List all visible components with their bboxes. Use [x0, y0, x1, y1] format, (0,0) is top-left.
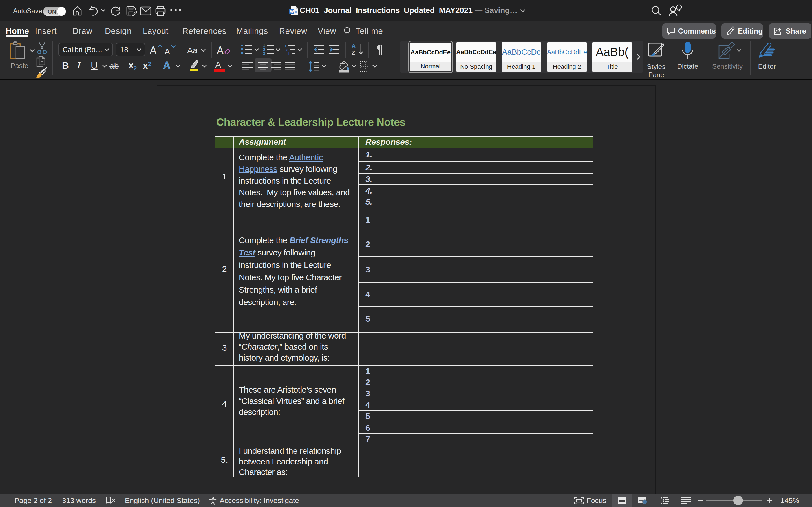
svg-text:A: A	[352, 43, 356, 49]
svg-text:1: 1	[285, 44, 287, 48]
svg-text:3: 3	[263, 51, 265, 55]
svg-text:Z: Z	[352, 50, 355, 56]
svg-text:W: W	[290, 9, 294, 13]
svg-text:a: a	[287, 48, 289, 52]
svg-text:i: i	[289, 52, 289, 55]
